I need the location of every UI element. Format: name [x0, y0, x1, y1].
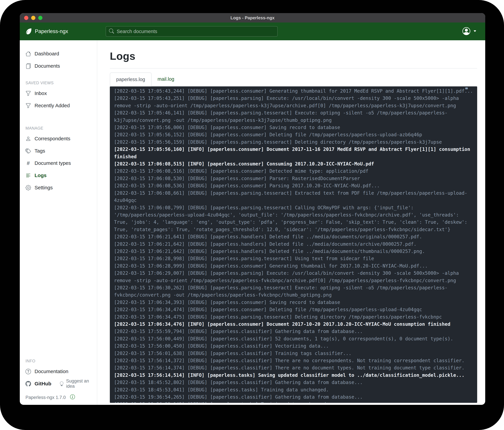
log-line: [2022-03-15 17:06:34,476] [INFO] [paperl… — [114, 321, 473, 328]
app-version: Paperless-ngx 1.7.0 — [20, 394, 97, 401]
sidebar-item-label: Dashboard — [35, 51, 59, 56]
window-title: Logs - Paperless-ngx — [231, 15, 275, 20]
sidebar-item-label: Document types — [35, 160, 71, 166]
log-line: [2022-03-15 17:05:56,159] [DEBUG] [paper… — [114, 139, 473, 146]
log-line: [2022-03-15 17:06:28,998] [DEBUG] [paper… — [114, 255, 473, 262]
log-line: [2022-03-15 17:06:34,393] [DEBUG] [paper… — [114, 299, 473, 306]
titlebar[interactable]: Logs - Paperless-ngx — [20, 13, 485, 22]
sidebar-item-label: Inbox — [35, 91, 47, 96]
brand-label: Paperless-ngx — [35, 28, 68, 34]
log-line: [2022-03-15 17:06:29,007] [DEBUG] [paper… — [114, 270, 473, 284]
gear-icon — [26, 185, 31, 190]
search-icon — [109, 28, 114, 34]
sidebar-item-label: Tags — [35, 148, 45, 154]
sidebar-item-label: Settings — [35, 185, 53, 190]
log-line: [2022-03-15 17:56:01,638] [DEBUG] [paper… — [114, 350, 473, 357]
leaf-logo-icon — [25, 28, 32, 35]
github-icon — [26, 381, 31, 386]
sidebar: DashboardDocumentsSAVED VIEWSInboxRecent… — [20, 40, 97, 405]
traffic-lights — [24, 13, 42, 22]
log-line: [2022-03-15 17:05:43,251] [DEBUG] [paper… — [114, 95, 473, 109]
text-left-icon — [26, 173, 31, 178]
log-line: [2022-03-15 17:05:56,152] [DEBUG] [paper… — [114, 131, 473, 138]
log-line: [2022-03-15 17:06:08,515] [INFO] [paperl… — [114, 160, 473, 168]
log-line: [2022-03-15 17:05:56,006] [DEBUG] [paper… — [114, 124, 473, 131]
user-menu[interactable] — [462, 27, 477, 36]
sidebar-section-header: SAVED VIEWS — [20, 81, 97, 85]
search-input[interactable] — [117, 29, 274, 34]
sidebar-section-header: MANAGE — [20, 126, 97, 131]
log-line: [2022-03-15 17:06:08,799] [DEBUG] [paper… — [114, 204, 473, 233]
main-content: Logs paperless.logmail.log [2022-03-15 1… — [97, 40, 485, 405]
log-line: [2022-03-15 17:05:46,141] [DEBUG] [paper… — [114, 109, 473, 124]
tab-mail-log[interactable]: mail.log — [152, 73, 180, 86]
sidebar-item-documentation[interactable]: Documentation — [20, 366, 97, 377]
title-divider — [110, 68, 477, 68]
log-line: [2022-03-15 17:05:43,244] [DEBUG] [paper… — [114, 87, 473, 95]
tab-paperless-log[interactable]: paperless.log — [110, 73, 152, 86]
sidebar-item-documents[interactable]: Documents — [20, 61, 97, 71]
log-scrollbar-thumb[interactable] — [465, 87, 468, 89]
log-line: [2022-03-15 17:06:21,641] [DEBUG] [paper… — [114, 233, 473, 240]
info-circle-icon[interactable] — [70, 394, 75, 401]
sidebar-item-dashboard[interactable]: Dashboard — [20, 48, 97, 59]
log-line: [2022-03-15 19:36:55,142] [DEBUG] [paper… — [114, 401, 473, 403]
page-title: Logs — [110, 50, 477, 62]
log-line: [2022-03-15 17:56:00,450] [DEBUG] [paper… — [114, 342, 473, 350]
sidebar-item-label: Recently Added — [35, 103, 70, 108]
sidebar-item-label: GitHub — [35, 381, 51, 386]
question-circle-icon — [26, 369, 31, 374]
person-icon — [26, 136, 31, 141]
log-line: [2022-03-15 17:06:08,516] [DEBUG] [paper… — [114, 168, 473, 175]
sidebar-item-label: Documents — [35, 63, 60, 69]
sidebar-item-document-types[interactable]: #Document types — [20, 158, 97, 168]
log-line: [2022-03-15 17:06:08,530] [DEBUG] [paper… — [114, 175, 473, 182]
log-line: [2022-03-15 18:45:52,802] [DEBUG] [paper… — [114, 379, 473, 386]
funnel-icon — [26, 103, 31, 108]
hash-icon: # — [26, 160, 31, 166]
sidebar-item-settings[interactable]: Settings — [20, 182, 97, 193]
app-navbar: Paperless-ngx — [20, 22, 485, 40]
sidebar-item-label: Logs — [35, 173, 47, 178]
log-line: [2022-03-15 17:06:34,474] [DEBUG] [paper… — [114, 306, 473, 313]
log-line: [2022-03-15 17:56:00,449] [DEBUG] [paper… — [114, 335, 473, 342]
log-line: [2022-03-15 17:56:14,374] [DEBUG] [paper… — [114, 364, 473, 371]
sidebar-item-label: Correspondents — [35, 136, 70, 141]
log-line: [2022-03-15 17:06:28,999] [DEBUG] [paper… — [114, 262, 473, 270]
house-icon — [26, 51, 31, 56]
log-line: [2022-03-15 17:05:56,160] [INFO] [paperl… — [114, 146, 473, 160]
log-line: [2022-03-15 17:56:14,372] [DEBUG] [paper… — [114, 357, 473, 364]
log-line: [2022-03-15 19:36:54,265] [DEBUG] [paper… — [114, 393, 473, 401]
log-line: [2022-03-15 17:06:30,262] [DEBUG] [paper… — [114, 284, 473, 299]
sidebar-item-logs[interactable]: Logs — [20, 170, 97, 181]
sidebar-item-inbox[interactable]: Inbox — [20, 88, 97, 99]
sidebar-item-correspondents[interactable]: Correspondents — [20, 133, 97, 144]
sidebar-item-recently-added[interactable]: Recently Added — [20, 100, 97, 111]
log-viewer[interactable]: [2022-03-15 17:05:43,244] [DEBUG] [paper… — [110, 86, 477, 403]
user-avatar-icon — [462, 27, 470, 36]
log-line: [2022-03-15 17:06:08,661] [DEBUG] [paper… — [114, 189, 473, 204]
log-line: [2022-03-15 17:06:34,475] [DEBUG] [paper… — [114, 313, 473, 321]
log-line: [2022-03-15 17:55:59,794] [DEBUG] [paper… — [114, 328, 473, 335]
app-window: Logs - Paperless-ngx Paperless-ngx Dashb… — [20, 13, 485, 405]
log-line: [2022-03-15 17:06:21,642] [DEBUG] [paper… — [114, 248, 473, 255]
suggest-an-idea-link[interactable]: Suggest an idea — [59, 378, 97, 389]
app-brand[interactable]: Paperless-ngx — [25, 28, 68, 35]
search-box — [106, 26, 278, 37]
version-label: Paperless-ngx 1.7.0 — [26, 395, 66, 400]
log-line: [2022-03-15 17:56:14,514] [INFO] [paperl… — [114, 372, 473, 379]
minimize-button[interactable] — [31, 16, 35, 20]
close-button[interactable] — [24, 16, 28, 20]
sidebar-item-github[interactable]: GitHub — [20, 378, 54, 389]
chevron-down-icon — [473, 29, 477, 33]
sidebar-item-tags[interactable]: Tags — [20, 146, 97, 156]
log-tabs: paperless.logmail.log — [110, 73, 477, 86]
log-line: [2022-03-15 18:45:53,041] [DEBUG] [paper… — [114, 386, 473, 393]
funnel-icon — [26, 91, 31, 96]
sidebar-section-header-info: INFO — [20, 359, 97, 363]
log-line: [2022-03-15 17:06:08,536] [DEBUG] [paper… — [114, 182, 473, 189]
suggest-label: Suggest an idea — [66, 378, 97, 389]
log-lines: [2022-03-15 17:05:43,244] [DEBUG] [paper… — [114, 87, 473, 403]
zoom-button[interactable] — [38, 16, 42, 20]
files-icon — [26, 63, 31, 69]
